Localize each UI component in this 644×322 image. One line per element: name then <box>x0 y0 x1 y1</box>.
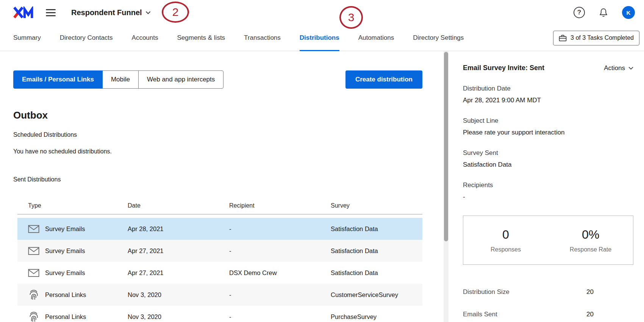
briefcase-icon <box>559 34 567 42</box>
metric-label: Distribution Size <box>463 288 510 297</box>
tab-segments-lists[interactable]: Segments & lists <box>177 25 225 51</box>
field-label: Subject Line <box>463 117 633 125</box>
table-row[interactable]: Survey Emails Apr 28, 2021 - Satisfactio… <box>17 218 422 240</box>
tab-accounts[interactable]: Accounts <box>132 25 158 51</box>
type-label: Personal Links <box>45 291 86 299</box>
column-header-date: Date <box>128 202 229 209</box>
survey-cell: CustomerServiceSurvey <box>331 291 422 299</box>
distribution-detail-panel: Email Survey Invite: Sent Actions Distri… <box>452 51 644 322</box>
field-value: - <box>463 193 633 201</box>
type-cell: Survey Emails <box>28 247 128 255</box>
tab-distributions[interactable]: Distributions <box>300 25 339 51</box>
type-cell: Survey Emails <box>28 225 128 233</box>
fingerprint-icon <box>28 289 39 300</box>
table-row[interactable]: Personal Links Nov 3, 2020 - PurchaseSur… <box>17 306 422 322</box>
scheduled-distributions-heading: Scheduled Distributions <box>13 131 444 138</box>
field-value: Please rate your support interaction <box>463 129 633 136</box>
field-distribution-date: Distribution Date Apr 28, 2021 9:00 AM M… <box>463 85 633 104</box>
date-cell: Nov 3, 2020 <box>128 291 229 299</box>
scheduled-empty-text: You have no scheduled distributions. <box>13 148 444 155</box>
tab-summary[interactable]: Summary <box>13 25 41 51</box>
segment-emails-personal-links[interactable]: Emails / Personal Links <box>13 70 103 89</box>
type-label: Survey Emails <box>45 225 85 233</box>
actions-label: Actions <box>604 64 625 72</box>
channel-segmented-control: Emails / Personal Links Mobile Web and a… <box>13 70 224 89</box>
response-rate-stat: 0% Response Rate <box>548 228 633 253</box>
field-survey-sent: Survey Sent Satisfaction Data <box>463 149 633 169</box>
metric-value: 20 <box>586 311 594 319</box>
metric-value: 20 <box>586 288 594 297</box>
project-title-dropdown[interactable]: Respondent Funnel <box>71 8 151 17</box>
actions-dropdown[interactable]: Actions <box>604 64 633 72</box>
recipient-cell: DSX Demo Crew <box>229 269 331 277</box>
distribution-toolbar: Emails / Personal Links Mobile Web and a… <box>13 70 444 89</box>
help-icon[interactable]: ? <box>574 7 585 18</box>
type-label: Personal Links <box>45 313 86 320</box>
responses-stat: 0 Responses <box>463 228 548 253</box>
vertical-scrollbar[interactable] <box>444 51 449 322</box>
field-subject-line: Subject Line Please rate your support in… <box>463 117 633 136</box>
column-header-recipient: Recipient <box>229 202 331 209</box>
distribution-metrics: Distribution Size 20 Emails Sent 20 <box>463 288 594 319</box>
column-header-survey: Survey <box>331 202 422 209</box>
type-cell: Personal Links <box>28 289 128 300</box>
top-bar: Respondent Funnel ? K <box>0 0 644 25</box>
response-rate-caption: Response Rate <box>570 246 611 253</box>
tasks-completed-button[interactable]: 3 of 3 Tasks Completed <box>553 31 639 45</box>
sent-distributions-heading: Sent Distributions <box>13 176 444 183</box>
type-cell: Personal Links <box>28 311 128 322</box>
metric-distribution-size: Distribution Size 20 <box>463 288 594 297</box>
fingerprint-icon <box>28 311 39 322</box>
notifications-bell-icon[interactable] <box>599 8 608 18</box>
detail-panel-header: Email Survey Invite: Sent Actions <box>463 64 633 72</box>
table-body: Survey Emails Apr 28, 2021 - Satisfactio… <box>17 218 422 322</box>
table-header-row: Type Date Recipient Survey <box>17 197 422 214</box>
xm-logo-icon[interactable] <box>13 6 35 19</box>
menu-hamburger-icon[interactable] <box>46 9 56 16</box>
page-title: Respondent Funnel <box>71 8 142 17</box>
table-row[interactable]: Survey Emails Apr 27, 2021 DSX Demo Crew… <box>17 262 422 284</box>
recipient-cell: - <box>229 225 331 233</box>
recipient-cell: - <box>229 247 331 255</box>
table-row[interactable]: Survey Emails Apr 27, 2021 - Satisfactio… <box>17 240 422 262</box>
envelope-icon <box>28 247 39 255</box>
column-header-type: Type <box>28 202 128 209</box>
table-row[interactable]: Personal Links Nov 3, 2020 - CustomerSer… <box>17 284 422 306</box>
tasks-completed-label: 3 of 3 Tasks Completed <box>571 34 634 41</box>
field-value: Apr 28, 2021 9:00 AM MDT <box>463 97 633 104</box>
recipient-cell: - <box>229 291 331 299</box>
response-rate-value: 0% <box>582 228 599 242</box>
metric-label: Emails Sent <box>463 311 497 319</box>
survey-cell: Satisfaction Data <box>331 247 422 255</box>
topbar-actions: ? K <box>574 6 635 19</box>
tab-automations[interactable]: Automations <box>358 25 394 51</box>
field-label: Distribution Date <box>463 85 633 92</box>
tab-directory-settings[interactable]: Directory Settings <box>413 25 464 51</box>
response-stats-box: 0 Responses 0% Response Rate <box>463 216 633 265</box>
chevron-down-icon <box>145 11 151 14</box>
date-cell: Apr 27, 2021 <box>128 247 229 255</box>
field-recipients: Recipients - <box>463 181 633 201</box>
scrollbar-thumb[interactable] <box>444 52 448 241</box>
date-cell: Apr 28, 2021 <box>128 225 229 233</box>
outbox-heading: Outbox <box>13 109 444 121</box>
responses-count: 0 <box>502 228 509 242</box>
sent-distributions-table: Type Date Recipient Survey Survey Emails <box>17 197 422 322</box>
tab-transactions[interactable]: Transactions <box>244 25 281 51</box>
distributions-content: Emails / Personal Links Mobile Web and a… <box>0 51 444 322</box>
user-avatar[interactable]: K <box>622 6 635 19</box>
type-cell: Survey Emails <box>28 269 128 277</box>
envelope-icon <box>28 269 39 277</box>
field-value: Satisfaction Data <box>463 161 633 169</box>
survey-cell: PurchaseSurvey <box>331 313 422 320</box>
segment-web-app-intercepts[interactable]: Web and app intercepts <box>138 70 224 89</box>
tab-directory-contacts[interactable]: Directory Contacts <box>60 25 113 51</box>
date-cell: Nov 3, 2020 <box>128 313 229 320</box>
chevron-down-icon <box>628 67 633 70</box>
app-window: Respondent Funnel ? K 2 3 Summary Direct… <box>0 0 644 322</box>
type-label: Survey Emails <box>45 247 85 255</box>
envelope-icon <box>28 225 39 233</box>
create-distribution-button[interactable]: Create distribution <box>345 70 422 89</box>
segment-mobile[interactable]: Mobile <box>102 70 139 89</box>
tab-bar: Summary Directory Contacts Accounts Segm… <box>0 25 644 51</box>
